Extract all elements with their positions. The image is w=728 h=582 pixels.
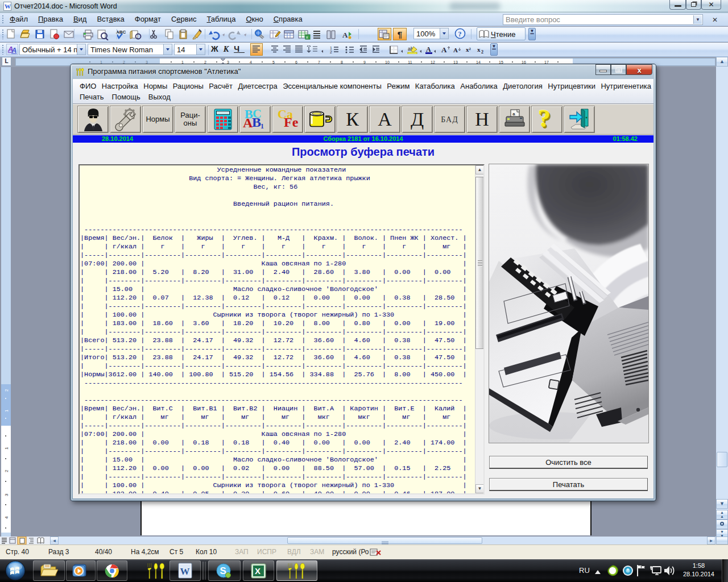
svg-text:4: 4 — [250, 60, 252, 64]
svg-text:1: 1 — [181, 60, 184, 64]
svg-text:14: 14 — [476, 60, 481, 64]
svg-text:1: 1 — [4, 447, 9, 450]
svg-text:9: 9 — [363, 60, 366, 64]
svg-text:2: 2 — [4, 389, 9, 392]
svg-text:A: A — [453, 47, 458, 53]
svg-text:16: 16 — [522, 60, 526, 64]
svg-text:3: 3 — [146, 60, 148, 64]
svg-text:8: 8 — [341, 60, 343, 64]
svg-text:X: X — [255, 566, 260, 576]
svg-text:?: ? — [458, 30, 462, 38]
svg-text:2: 2 — [123, 60, 125, 64]
svg-text:4: 4 — [4, 516, 9, 519]
svg-text:17: 17 — [544, 60, 549, 64]
svg-text:12: 12 — [431, 60, 435, 64]
svg-text:15: 15 — [499, 60, 503, 64]
svg-text:7: 7 — [318, 60, 320, 64]
svg-text:6: 6 — [295, 60, 297, 64]
svg-text:А: А — [426, 45, 431, 53]
svg-text:A: A — [441, 45, 447, 54]
svg-text:1: 1 — [4, 409, 9, 412]
svg-text:W: W — [180, 566, 190, 577]
svg-text:13: 13 — [453, 60, 458, 64]
svg-text:11: 11 — [408, 60, 412, 64]
svg-text:A: A — [342, 31, 348, 39]
svg-text:x: x — [477, 46, 481, 53]
svg-text:x²: x² — [466, 46, 471, 53]
svg-text:5: 5 — [272, 60, 275, 64]
svg-text:a: a — [512, 111, 515, 117]
svg-text:2: 2 — [481, 49, 483, 54]
svg-text:2: 2 — [204, 60, 206, 64]
svg-text:1: 1 — [100, 60, 102, 64]
svg-text:10: 10 — [385, 60, 390, 64]
svg-text:1: 1 — [330, 46, 332, 50]
svg-text:3: 3 — [4, 493, 9, 496]
svg-text:2: 2 — [4, 469, 9, 472]
svg-text:ABC: ABC — [116, 30, 126, 35]
svg-text:x: x — [306, 35, 308, 39]
svg-text:3: 3 — [227, 60, 229, 64]
svg-text:2: 2 — [330, 50, 332, 54]
